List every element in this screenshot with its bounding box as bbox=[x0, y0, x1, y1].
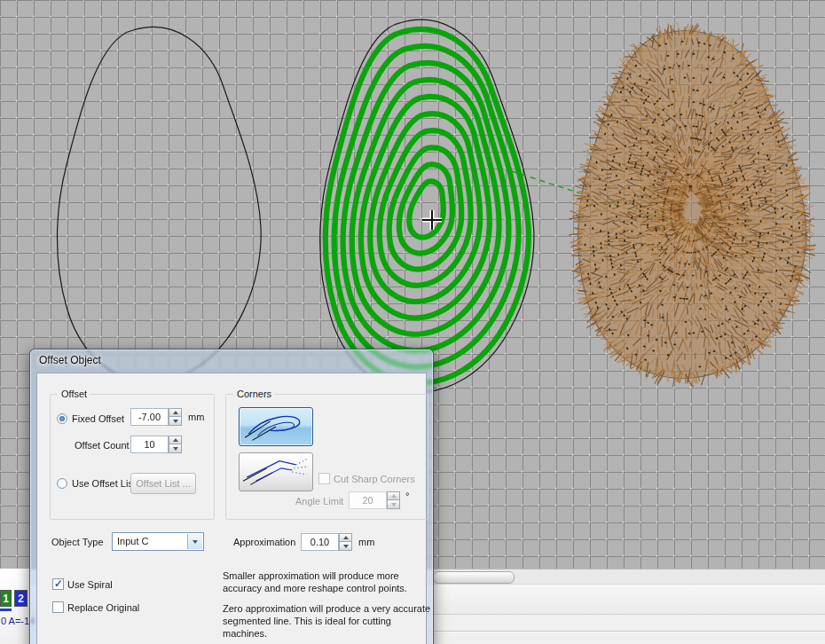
object-type-label: Object Type bbox=[51, 537, 104, 547]
offset-list-button[interactable]: Offset List ... bbox=[130, 473, 196, 494]
offset-group: Offset Fixed Offset -7.00 mm Offset Coun… bbox=[50, 394, 215, 520]
use-spiral-checkbox[interactable] bbox=[52, 578, 64, 590]
approximation-info-text: Smaller approximation will produce more … bbox=[223, 569, 432, 644]
chevron-down-icon[interactable] bbox=[187, 534, 202, 549]
offset-count-field[interactable]: 10 bbox=[130, 436, 169, 453]
offset-count-spinner[interactable] bbox=[169, 436, 182, 453]
stitched-shape[interactable] bbox=[569, 22, 816, 388]
info-paragraph-1: Smaller approximation will produce more … bbox=[223, 569, 432, 594]
use-spiral-label: Use Spiral bbox=[67, 579, 113, 590]
use-offset-list-label: Use Offset List bbox=[72, 478, 136, 489]
offset-group-label: Offset bbox=[58, 389, 90, 399]
selected-thread-indicator bbox=[0, 609, 12, 611]
thread-palette-panel: 1 2 0 A=-14 bbox=[0, 569, 29, 644]
corners-group: Corners bbox=[225, 394, 428, 520]
offset-count-label: Offset Count bbox=[75, 440, 130, 451]
offset-spiral-shape[interactable] bbox=[320, 20, 534, 392]
dialog-title: Offset Object bbox=[39, 354, 101, 366]
sharp-corners-button[interactable] bbox=[239, 452, 313, 491]
approximation-unit-label: mm bbox=[358, 537, 374, 547]
fixed-offset-spinner[interactable] bbox=[169, 408, 182, 426]
outline-shape[interactable] bbox=[58, 27, 262, 382]
info-paragraph-2: Zero approximation will produce a very a… bbox=[223, 602, 432, 640]
angle-limit-spinner[interactable] bbox=[387, 491, 400, 509]
angle-limit-label: Angle Limit bbox=[295, 496, 343, 507]
fixed-offset-field[interactable]: -7.00 bbox=[130, 408, 169, 426]
replace-original-label: Replace Original bbox=[67, 602, 139, 613]
thread-color-2[interactable]: 2 bbox=[14, 590, 28, 607]
corners-group-label: Corners bbox=[233, 389, 275, 399]
angle-limit-unit-label: ° bbox=[405, 491, 409, 501]
dialog-body: Offset Fixed Offset -7.00 mm Offset Coun… bbox=[36, 373, 427, 644]
use-offset-list-radio[interactable] bbox=[57, 478, 67, 489]
offset-object-dialog[interactable]: Offset Object Offset Fixed Offset -7.00 … bbox=[29, 349, 434, 644]
approximation-spinner[interactable] bbox=[339, 533, 352, 551]
round-corner-icon bbox=[240, 408, 312, 445]
round-corners-button[interactable] bbox=[239, 407, 313, 446]
cut-sharp-corners-checkbox[interactable] bbox=[318, 473, 330, 484]
angle-limit-field[interactable]: 20 bbox=[349, 491, 387, 509]
h-scrollbar-thumb[interactable] bbox=[433, 571, 515, 584]
object-type-value: Input C bbox=[117, 536, 148, 546]
object-type-dropdown[interactable]: Input C bbox=[112, 532, 204, 551]
fixed-offset-unit-label: mm bbox=[188, 412, 204, 422]
replace-original-checkbox[interactable] bbox=[52, 601, 64, 613]
approximation-label: Approximation bbox=[233, 537, 295, 547]
thread-color-1[interactable]: 1 bbox=[0, 590, 12, 607]
fixed-offset-radio[interactable] bbox=[57, 413, 67, 424]
approximation-field[interactable]: 0.10 bbox=[301, 533, 339, 551]
fixed-offset-label: Fixed Offset bbox=[72, 413, 124, 424]
cut-sharp-corners-label: Cut Sharp Corners bbox=[334, 474, 415, 484]
sharp-corner-icon bbox=[240, 453, 312, 491]
